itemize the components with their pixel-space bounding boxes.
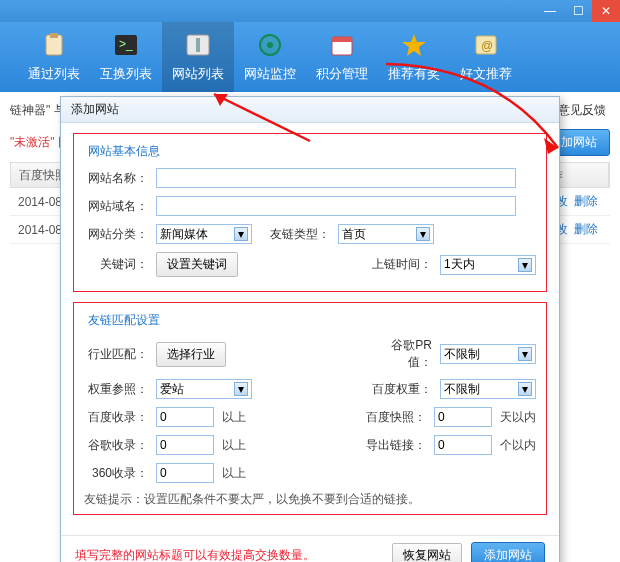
set-keyword-button[interactable]: 设置关键词 xyxy=(156,252,238,277)
suffix: 以上 xyxy=(222,437,246,454)
export-label: 导出链接： xyxy=(362,437,426,454)
restore-site-button[interactable]: 恢复网站 xyxy=(392,543,462,562)
feedback-link[interactable]: 意见反馈 xyxy=(558,103,606,117)
submit-add-site-button[interactable]: 添加网站 xyxy=(471,542,545,562)
nav-item[interactable]: 积分管理 xyxy=(306,22,378,92)
dialog-title: 添加网站 xyxy=(61,97,559,123)
nav-label: 通过列表 xyxy=(28,65,80,83)
footer-tip: 填写完整的网站标题可以有效提高交换数量。 xyxy=(75,547,315,562)
nav-label: 好文推荐 xyxy=(460,65,512,83)
at-icon: @ xyxy=(471,31,501,59)
svg-marker-11 xyxy=(402,34,426,56)
chevron-down-icon: ▾ xyxy=(234,382,248,396)
chevron-down-icon: ▾ xyxy=(518,347,532,361)
s360-label: 360收录： xyxy=(84,465,148,482)
close-button[interactable]: ✕ xyxy=(592,0,620,22)
nav-item[interactable]: 通过列表 xyxy=(18,22,90,92)
site-cat-label: 网站分类： xyxy=(84,226,148,243)
section-legend: 网站基本信息 xyxy=(84,143,164,160)
nav-item[interactable]: 推荐有奖 xyxy=(378,22,450,92)
delete-link[interactable]: 删除 xyxy=(574,222,598,236)
link-type-label: 友链类型： xyxy=(266,226,330,243)
calendar-icon xyxy=(327,31,357,59)
suffix: 个以内 xyxy=(500,437,536,454)
bdweight-select[interactable]: 不限制▾ xyxy=(440,379,536,399)
window-titlebar: — ☐ ✕ xyxy=(0,0,620,22)
nav-label: 网站列表 xyxy=(172,65,224,83)
svg-rect-5 xyxy=(196,38,200,52)
nav-label: 推荐有奖 xyxy=(388,65,440,83)
uptime-label: 上链时间： xyxy=(368,256,432,273)
suffix: 以上 xyxy=(222,465,246,482)
suffix: 天以内 xyxy=(500,409,536,426)
industry-label: 行业匹配： xyxy=(84,346,148,363)
terminal-icon: >_ xyxy=(111,31,141,59)
gpr-select[interactable]: 不限制▾ xyxy=(440,344,536,364)
chevron-down-icon: ▾ xyxy=(416,227,430,241)
suffix: 以上 xyxy=(222,409,246,426)
chevron-down-icon: ▾ xyxy=(518,258,532,272)
bdsnap-label: 百度快照： xyxy=(362,409,426,426)
match-hint: 友链提示：设置匹配条件不要太严，以免换不要到合适的链接。 xyxy=(84,491,536,508)
select-industry-button[interactable]: 选择行业 xyxy=(156,342,226,367)
site-name-label: 网站名称： xyxy=(84,170,148,187)
link-type-select[interactable]: 首页▾ xyxy=(338,224,434,244)
site-name-input[interactable] xyxy=(156,168,516,188)
site-cat-select[interactable]: 新闻媒体▾ xyxy=(156,224,252,244)
section-basic-info: 网站基本信息 网站名称： 网站域名： 网站分类： 新闻媒体▾ 友链类型： 首页▾… xyxy=(73,133,547,292)
keyword-label: 关键词： xyxy=(84,256,148,273)
weight-ref-select[interactable]: 爱站▾ xyxy=(156,379,252,399)
section-match-settings: 友链匹配设置 行业匹配： 选择行业 谷歌PR值： 不限制▾ 权重参照： 爱站▾ … xyxy=(73,302,547,515)
svg-rect-10 xyxy=(332,37,352,42)
s360-input[interactable] xyxy=(156,463,214,483)
svg-text:@: @ xyxy=(481,39,493,53)
add-site-dialog: 添加网站 网站基本信息 网站名称： 网站域名： 网站分类： 新闻媒体▾ 友链类型… xyxy=(60,96,560,562)
nav-item[interactable]: >_互换列表 xyxy=(90,22,162,92)
delete-link[interactable]: 删除 xyxy=(574,194,598,208)
minimize-button[interactable]: — xyxy=(536,0,564,22)
nav-item[interactable]: 网站监控 xyxy=(234,22,306,92)
gg-index-label: 谷歌收录： xyxy=(84,437,148,454)
chevron-down-icon: ▾ xyxy=(518,382,532,396)
baidu-index-input[interactable] xyxy=(156,407,214,427)
nav-label: 积分管理 xyxy=(316,65,368,83)
gpr-label: 谷歌PR值： xyxy=(368,337,432,371)
nav-item[interactable]: @好文推荐 xyxy=(450,22,522,92)
bdweight-label: 百度权重： xyxy=(368,381,432,398)
nav-label: 网站监控 xyxy=(244,65,296,83)
baidu-index-label: 百度收录： xyxy=(84,409,148,426)
clipboard-icon xyxy=(39,31,69,59)
chevron-down-icon: ▾ xyxy=(234,227,248,241)
svg-text:>_: >_ xyxy=(119,37,133,51)
site-domain-input[interactable] xyxy=(156,196,516,216)
bdsnap-input[interactable] xyxy=(434,407,492,427)
site-domain-label: 网站域名： xyxy=(84,198,148,215)
export-input[interactable] xyxy=(434,435,492,455)
uptime-select[interactable]: 1天内▾ xyxy=(440,255,536,275)
maximize-button[interactable]: ☐ xyxy=(564,0,592,22)
window-icon xyxy=(183,31,213,59)
nav-item[interactable]: 网站列表 xyxy=(162,22,234,92)
section-legend: 友链匹配设置 xyxy=(84,312,164,329)
nav-label: 互换列表 xyxy=(100,65,152,83)
star-icon xyxy=(399,31,429,59)
svg-point-8 xyxy=(267,42,273,48)
top-nav: 通过列表>_互换列表网站列表网站监控积分管理推荐有奖@好文推荐 xyxy=(0,22,620,92)
gg-index-input[interactable] xyxy=(156,435,214,455)
target-icon xyxy=(255,31,285,59)
weight-ref-label: 权重参照： xyxy=(84,381,148,398)
svg-rect-1 xyxy=(50,33,58,38)
